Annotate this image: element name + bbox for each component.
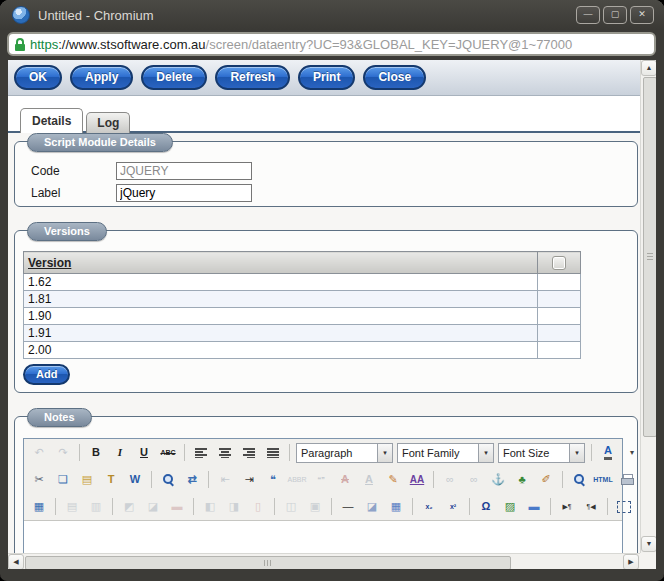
copy-button[interactable]: ❏ xyxy=(52,469,74,491)
anchor-button[interactable]: ⚓ xyxy=(487,469,509,491)
align-left-icon xyxy=(195,448,207,458)
toolbar-separator xyxy=(274,498,275,515)
close-window-button[interactable]: ✕ xyxy=(630,6,654,24)
scroll-right-button[interactable]: ▶ xyxy=(623,554,639,569)
bold-icon: B xyxy=(92,447,100,458)
subscript-button[interactable]: x₂ xyxy=(418,496,440,518)
maximize-button[interactable]: ▢ xyxy=(603,6,627,24)
add-button[interactable]: Add xyxy=(23,364,70,385)
dropdown-arrow-icon[interactable]: ▾ xyxy=(377,444,392,462)
find-button[interactable] xyxy=(157,469,179,491)
style-props-button[interactable]: AA xyxy=(406,469,428,491)
row-select-cell[interactable] xyxy=(538,291,581,308)
align-left-button[interactable] xyxy=(190,442,212,464)
bold-button[interactable]: B xyxy=(85,442,107,464)
address-bar[interactable]: https ://www.stsoftware.com.au /screen/d… xyxy=(7,32,656,56)
row-select-cell[interactable] xyxy=(538,342,581,359)
details-fields: CodeLabel xyxy=(15,160,637,204)
attributes-button[interactable]: ✎ xyxy=(382,469,404,491)
notes-legend: Notes xyxy=(27,408,92,427)
align-center-button[interactable] xyxy=(214,442,236,464)
indent-button[interactable]: ⇥ xyxy=(238,469,260,491)
blockquote-button[interactable]: ❝ xyxy=(262,469,284,491)
horizontal-scrollbar[interactable]: ◀ ▶ xyxy=(8,553,640,569)
insert-horizontal-line-button[interactable]: ▬ xyxy=(523,496,545,518)
row-select-cell[interactable] xyxy=(538,325,581,342)
title-bar[interactable]: Untitled - Chromium — ▢ ✕ xyxy=(0,0,664,30)
align-justify-button[interactable] xyxy=(262,442,284,464)
format-select[interactable]: Paragraph▾ xyxy=(296,443,393,463)
tab-log[interactable]: Log xyxy=(86,112,130,133)
version-row[interactable]: 1.90 xyxy=(24,308,581,325)
paste-button[interactable]: ▤ xyxy=(76,469,98,491)
window-controls: — ▢ ✕ xyxy=(573,6,654,24)
abbreviation-icon: ABBR xyxy=(287,476,306,483)
label-input[interactable] xyxy=(116,184,252,202)
dropdown-arrow-icon[interactable]: ▾ xyxy=(569,444,584,462)
font-family-select[interactable]: Font Family▾ xyxy=(397,443,494,463)
paste-from-word-button[interactable]: W xyxy=(124,469,146,491)
code-input[interactable] xyxy=(116,162,252,180)
media-button[interactable]: ▨ xyxy=(499,496,521,518)
insert-column-after-icon: ◨ xyxy=(229,501,239,512)
editor-toolbar-row-3: ▦▤▥◩◪▬◧◨▯◫▣—◪▦x₂x²Ω▨▬▶¶¶◀❏ xyxy=(24,493,622,520)
fullscreen-button[interactable] xyxy=(613,496,635,518)
right-to-left-button[interactable]: ¶◀ xyxy=(580,496,602,518)
cleanup-button[interactable]: ✐ xyxy=(535,469,557,491)
merge-cells-button: ▣ xyxy=(304,496,326,518)
row-select-cell[interactable] xyxy=(538,274,581,291)
text-color-button[interactable]: A xyxy=(597,442,619,464)
apply-button[interactable]: Apply xyxy=(70,65,133,90)
text-color-arrow-button[interactable]: ▾ xyxy=(621,442,640,464)
visual-aid-button[interactable]: ▦ xyxy=(385,496,407,518)
close-button[interactable]: Close xyxy=(363,65,426,90)
underline-button[interactable]: U xyxy=(133,442,155,464)
minimize-button[interactable]: — xyxy=(576,6,600,24)
cut-button[interactable]: ✂ xyxy=(28,469,50,491)
table-row-properties-button: ▤ xyxy=(61,496,83,518)
paste-icon: ▤ xyxy=(82,474,92,485)
version-row[interactable]: 2.00 xyxy=(24,342,581,359)
horizontal-scroll-thumb[interactable] xyxy=(25,556,511,569)
superscript-button[interactable]: x² xyxy=(442,496,464,518)
tab-details[interactable]: Details xyxy=(20,108,83,133)
italic-button[interactable]: I xyxy=(109,442,131,464)
find-icon xyxy=(162,473,175,486)
version-row[interactable]: 1.62 xyxy=(24,274,581,291)
special-character-button[interactable]: Ω xyxy=(475,496,497,518)
scroll-down-button[interactable]: ▼ xyxy=(641,536,656,552)
version-row[interactable]: 1.81 xyxy=(24,291,581,308)
scroll-left-button[interactable]: ◀ xyxy=(8,554,24,569)
strikethrough-button[interactable]: ABC xyxy=(157,442,179,464)
align-right-button[interactable] xyxy=(238,442,260,464)
delete-button[interactable]: Delete xyxy=(141,65,207,90)
dropdown-arrow-icon[interactable]: ▾ xyxy=(478,444,493,462)
preview-button[interactable] xyxy=(568,469,590,491)
chromium-icon xyxy=(12,6,30,24)
media-icon: ▨ xyxy=(505,501,515,512)
versions-tbody: 1.621.811.901.912.00 xyxy=(24,274,581,359)
font-size-select[interactable]: Font Size▾ xyxy=(498,443,585,463)
scroll-up-button[interactable]: ▲ xyxy=(641,60,656,76)
find-replace-button[interactable]: ⇄ xyxy=(181,469,203,491)
ok-button[interactable]: OK xyxy=(14,65,62,90)
editor-content-area[interactable] xyxy=(24,520,622,553)
version-sort-link[interactable]: Version xyxy=(28,256,71,270)
versions-header-row: Version xyxy=(24,252,581,274)
version-row[interactable]: 1.91 xyxy=(24,325,581,342)
html-source-button[interactable]: HTML xyxy=(592,469,614,491)
secure-lock-icon xyxy=(15,38,25,51)
row-select-cell[interactable] xyxy=(538,308,581,325)
insert-table-button[interactable]: ▦ xyxy=(28,496,50,518)
horizontal-rule-button[interactable]: — xyxy=(337,496,359,518)
left-to-right-button[interactable]: ▶¶ xyxy=(556,496,578,518)
vertical-scrollbar[interactable]: ▲ ▼ xyxy=(640,60,656,553)
image-button[interactable]: ♣ xyxy=(511,469,533,491)
select-all-checkbox[interactable] xyxy=(552,256,566,270)
print-button[interactable]: Print xyxy=(298,65,355,90)
paste-as-text-button[interactable]: T xyxy=(100,469,122,491)
remove-format-button[interactable]: ◪ xyxy=(361,496,383,518)
print-doc-button[interactable] xyxy=(616,469,638,491)
refresh-button[interactable]: Refresh xyxy=(215,65,290,90)
vertical-scroll-thumb[interactable] xyxy=(643,77,656,437)
